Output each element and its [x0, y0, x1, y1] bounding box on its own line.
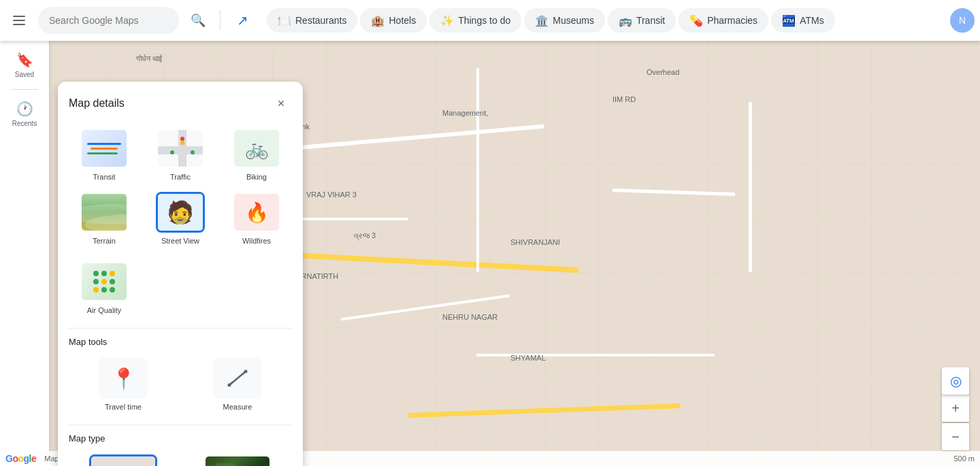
- nav-pill-restaurants[interactable]: 🍽️ Restaurants: [267, 8, 357, 33]
- pharmacies-icon: 💊: [689, 14, 703, 27]
- sidebar-recents-button[interactable]: 🕐 Recents: [7, 95, 42, 133]
- search-icon: 🔍: [191, 13, 206, 28]
- tool-item-measure[interactable]: Measure: [183, 355, 292, 414]
- things-icon: ✨: [440, 14, 454, 27]
- directions-icon: ↗: [237, 12, 248, 29]
- travel-time-icon: 📍: [111, 367, 136, 390]
- map-label: NEHRU NAGAR: [442, 313, 497, 321]
- section-divider-1: [69, 328, 292, 329]
- restaurants-icon: 🍽️: [278, 14, 291, 27]
- transit-layer-label: Transit: [93, 173, 115, 181]
- directions-button[interactable]: ↗: [229, 7, 256, 34]
- transit-nav-icon: 🚌: [619, 14, 632, 27]
- svg-point-4: [244, 370, 248, 373]
- search-button[interactable]: 🔍: [184, 7, 212, 34]
- measure-label: Measure: [223, 403, 252, 411]
- air-quality-grid: Air Quality: [69, 259, 292, 317]
- zoom-in-button[interactable]: +: [942, 395, 969, 422]
- nav-pill-hotels[interactable]: 🏨 Hotels: [360, 8, 427, 33]
- map-label: गोर्धन थाई: [136, 54, 162, 63]
- section-divider-2: [69, 425, 292, 425]
- travel-time-label: Travel time: [105, 403, 142, 411]
- biking-layer-label: Biking: [246, 173, 267, 181]
- layer-item-street-view[interactable]: 🧑 Street View: [145, 189, 216, 248]
- map-label: IIM RD: [612, 95, 636, 103]
- street-view-layer-icon: 🧑: [156, 192, 205, 233]
- hamburger-menu-button[interactable]: [5, 7, 33, 34]
- bookmark-icon: 🔖: [16, 52, 33, 68]
- google-logo: Google: [5, 453, 36, 464]
- nav-pill-pharmacies[interactable]: 💊 Pharmacies: [679, 8, 768, 33]
- layer-item-traffic[interactable]: Traffic: [145, 125, 216, 184]
- scale-value: 500 m: [953, 454, 975, 463]
- user-avatar[interactable]: N: [950, 8, 975, 33]
- atms-icon: 🏧: [782, 14, 796, 27]
- nav-pill-museums[interactable]: 🏛️ Museums: [524, 8, 605, 33]
- zoom-out-button[interactable]: −: [942, 423, 969, 450]
- sidebar-saved-button[interactable]: 🔖 Saved: [7, 46, 42, 84]
- map-label: Management,: [442, 109, 488, 117]
- map-details-panel: Map details × Transit: [58, 82, 303, 466]
- traffic-layer-icon: [156, 128, 205, 169]
- transit-layer-icon: [80, 128, 129, 169]
- map-type-grid: Default Satellite: [69, 452, 292, 466]
- layer-item-biking[interactable]: 🚲 Biking: [221, 125, 292, 184]
- hamburger-icon: [13, 16, 25, 25]
- museums-icon: 🏛️: [535, 14, 549, 27]
- measure-icon-wrap: [213, 358, 262, 399]
- tools-grid: 📍 Travel time Measure: [69, 355, 292, 414]
- nav-pill-things-to-do[interactable]: ✨ Things to do: [429, 8, 521, 33]
- map-label: Overhead: [647, 68, 679, 76]
- map-type-section-label: Map type: [69, 433, 292, 444]
- location-icon: ◎: [950, 373, 962, 389]
- default-map-icon: [89, 454, 157, 466]
- measure-icon: [227, 369, 248, 388]
- map-type-satellite[interactable]: Satellite: [183, 452, 292, 466]
- map-tools-section-label: Map tools: [69, 337, 292, 347]
- panel-header: Map details ×: [69, 93, 292, 114]
- layer-item-terrain[interactable]: Terrain: [69, 189, 140, 248]
- street-view-layer-label: Street View: [161, 237, 199, 245]
- terrain-layer-label: Terrain: [93, 237, 116, 245]
- satellite-map-icon: [203, 454, 272, 466]
- svg-point-3: [228, 384, 231, 387]
- hotels-icon: 🏨: [371, 14, 385, 27]
- zoom-controls: + −: [942, 395, 969, 450]
- travel-time-icon-wrap: 📍: [99, 358, 148, 399]
- terrain-layer-icon: [80, 192, 129, 233]
- air-quality-layer-label: Air Quality: [87, 306, 122, 314]
- left-sidebar: 🔖 Saved 🕐 Recents: [0, 41, 49, 466]
- wildfires-layer-label: Wildfires: [242, 237, 271, 245]
- nav-pills: 🍽️ Restaurants 🏨 Hotels ✨ Things to do 🏛…: [267, 8, 835, 33]
- map-label: વ્રજ 3: [354, 231, 376, 240]
- tool-item-travel-time[interactable]: 📍 Travel time: [69, 355, 178, 414]
- my-location-button[interactable]: ◎: [942, 367, 969, 395]
- air-quality-layer-icon: [80, 261, 129, 302]
- clock-icon: 🕐: [16, 101, 33, 117]
- close-panel-button[interactable]: ×: [270, 93, 292, 114]
- sidebar-divider: [11, 89, 38, 90]
- biking-layer-icon: 🚲: [232, 128, 281, 169]
- close-icon: ×: [278, 97, 285, 111]
- layer-item-wildfires[interactable]: 🔥 Wildfires: [221, 189, 292, 248]
- layer-item-air-quality[interactable]: Air Quality: [69, 259, 140, 317]
- nav-pill-atms[interactable]: 🏧 ATMs: [771, 8, 835, 33]
- wildfires-layer-icon: 🔥: [232, 192, 281, 233]
- search-input[interactable]: [38, 7, 179, 34]
- layer-item-transit[interactable]: Transit: [69, 125, 140, 184]
- map-label: VRAJ VIHAR 3: [306, 190, 357, 199]
- top-divider: [220, 10, 220, 31]
- nav-pill-transit[interactable]: 🚌 Transit: [608, 8, 676, 33]
- map-label: SHIVRANJANI: [510, 238, 560, 246]
- traffic-layer-label: Traffic: [170, 173, 191, 181]
- top-bar: 🔍 ↗ 🍽️ Restaurants 🏨 Hotels ✨ Things to …: [0, 0, 980, 41]
- layers-grid: Transit Traffic 🚲 Biking: [69, 125, 292, 248]
- map-type-default[interactable]: Default: [69, 452, 178, 466]
- panel-title: Map details: [69, 97, 125, 110]
